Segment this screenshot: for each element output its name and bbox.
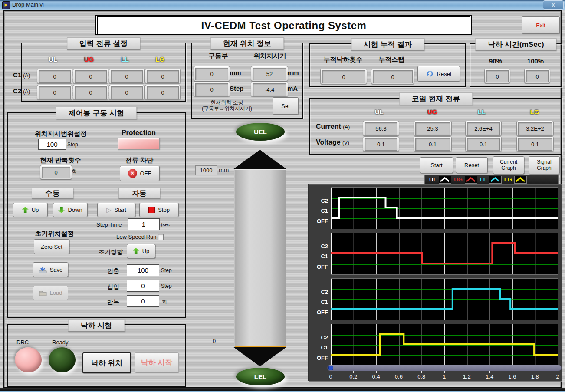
panel-input-current-title: 입력 전류 설정 — [67, 37, 140, 50]
input-c2-ul[interactable]: 0 — [37, 85, 72, 100]
input-c1-ul[interactable]: 0 — [37, 69, 72, 84]
x-axis-label: 2 — [548, 373, 565, 380]
legend-item-LL[interactable]: LL — [480, 176, 502, 184]
legend-item-UL[interactable]: UL — [429, 176, 451, 184]
panel-cumulative-title: 시험 누적 결과 — [351, 38, 424, 51]
close-icon[interactable]: x — [543, 0, 564, 10]
panel-coil-current-title: 코일 현재 전류 — [399, 92, 473, 105]
legend-line-sample — [489, 176, 502, 184]
withdraw-unit: Step — [161, 267, 172, 273]
init-direction-button[interactable]: Up — [127, 244, 155, 258]
coil-voltage-ug: 0.1 — [414, 136, 452, 152]
repeat-input[interactable]: 0 — [127, 295, 159, 307]
input-c1-ll[interactable]: 0 — [109, 69, 145, 84]
x-axis-label: 1.8 — [526, 373, 545, 380]
window-title: Drop Main.vi — [12, 1, 44, 8]
range-setting-input[interactable]: 100 — [38, 139, 66, 150]
drop-time-100-display: 0 — [524, 69, 550, 83]
legend-line-sample — [514, 176, 527, 184]
indicator-ma-display: -4.4 — [251, 82, 288, 97]
x-axis-label: 1.2 — [457, 373, 476, 380]
coil-voltage-ll: 0.1 — [465, 136, 502, 152]
step-time-input[interactable]: 1 — [128, 218, 160, 230]
position-gauge — [234, 169, 286, 348]
signal-graph-button[interactable]: SignalGraph — [529, 156, 560, 174]
drop-start-button[interactable]: 낙하 시작 — [135, 352, 179, 372]
panel-rod-drive-title: 제어봉 구동 시험 — [56, 107, 137, 119]
save-button[interactable]: Save — [33, 262, 68, 277]
low-speed-run-label: Low Speed Run — [116, 234, 157, 240]
graph-subplot-LG — [331, 324, 558, 366]
gauge-max-unit: mm — [219, 167, 229, 174]
graph-panel: C2C1OFFC2C1OFFC2C1OFFC2C1OFF00.20.40.60.… — [308, 184, 562, 381]
coil-col-ll: LL — [469, 108, 495, 115]
panel-drop-time-title: 낙하 시간(mSec) — [475, 38, 556, 51]
scrollbar-handle[interactable] — [328, 366, 333, 370]
withdraw-input[interactable]: 100 — [127, 264, 159, 276]
set-button[interactable]: Set — [273, 97, 299, 115]
drop-position-button[interactable]: 낙하 위치 — [82, 352, 131, 373]
range-setting-label: 위치지시범위설정 — [24, 130, 98, 138]
auto-start-button[interactable]: ▷Start — [97, 203, 135, 217]
cumulative-step-label: 누적스탭 — [373, 56, 410, 64]
graph-start-button[interactable]: Start — [420, 157, 453, 173]
manual-up-button[interactable]: Up — [13, 203, 48, 217]
screen: ▶ Drop Main.vi x IV-CEDM Test Operating … — [0, 0, 565, 392]
y-axis-label-LG-OFF: OFF — [311, 355, 328, 361]
low-speed-run-checkbox[interactable] — [158, 234, 164, 240]
current-cutoff-button[interactable]: × OFF — [120, 166, 160, 181]
window-bottom-edge — [0, 388, 565, 392]
input-c2-ug[interactable]: 0 — [73, 85, 108, 100]
indicator-label: 위치지시기 — [248, 52, 292, 60]
x-axis-label: 0.6 — [389, 373, 408, 380]
panel-drop-test-title: 낙하 시험 — [68, 319, 125, 332]
col-header-ul: UL — [40, 56, 66, 63]
input-c2-lg[interactable]: 0 — [145, 85, 181, 100]
auto-stop-button[interactable]: Stop — [139, 203, 179, 217]
insert-input[interactable]: 0 — [127, 280, 159, 292]
input-c1-ug[interactable]: 0 — [73, 69, 108, 84]
drc-led — [15, 347, 42, 372]
repeat-unit: 회 — [162, 298, 167, 306]
drive-step-display: 0 — [194, 82, 230, 97]
input-c2-ll[interactable]: 0 — [109, 85, 145, 100]
panel-position-info-title: 현재 위치 정보 — [210, 37, 284, 50]
row-label-c2: C2 (A) — [13, 87, 30, 95]
exit-button[interactable]: Exit — [522, 16, 560, 34]
save-icon — [39, 266, 47, 273]
legend-item-LG[interactable]: LG — [504, 176, 527, 184]
coil-current-ul: 56.3 — [363, 121, 399, 136]
legend-item-UG[interactable]: UG — [454, 176, 477, 184]
coil-col-lg: LG — [522, 108, 548, 115]
repeat-label: 반복 — [107, 298, 119, 306]
withdraw-label: 인출 — [107, 267, 119, 275]
x-axis-label: 1 — [435, 373, 454, 380]
y-axis-label-LG-C2: C2 — [311, 334, 328, 341]
y-axis-label-UG-C2: C2 — [311, 243, 328, 250]
current-cutoff-label: 전류 차단 — [115, 156, 163, 165]
reset-cumulative-button[interactable]: Reset — [417, 66, 460, 82]
drive-mm-display: 0 — [194, 66, 230, 81]
x-axis-label: 0.8 — [412, 373, 431, 380]
protection-label: Protection — [114, 129, 164, 137]
y-axis-label-LL-C2: C2 — [311, 289, 328, 295]
manual-down-button[interactable]: Down — [53, 203, 88, 217]
legend-line-sample — [439, 176, 451, 184]
uel-indicator: UEL — [236, 123, 285, 141]
graph-reset-button[interactable]: Reset — [456, 157, 488, 173]
init-direction-label: 초기방향 — [99, 248, 123, 256]
current-repeat-label: 현재 반복횟수 — [27, 156, 94, 165]
current-graph-button[interactable]: CurrentGraph — [493, 156, 524, 174]
coil-current-ug: 25.3 — [414, 121, 452, 136]
ready-led — [49, 347, 76, 372]
refresh-icon — [426, 70, 434, 78]
graph-x-scrollbar[interactable] — [327, 365, 562, 371]
graph-legend: ULUGLLLG — [424, 175, 559, 184]
current-repeat-unit: 회 — [72, 168, 77, 175]
page-title: IV-CEDM Test Operating System — [97, 16, 470, 34]
load-button[interactable]: Load — [33, 286, 68, 300]
input-c1-lg[interactable]: 0 — [145, 69, 181, 84]
zero-set-button[interactable]: Zero Set — [34, 239, 69, 254]
drive-mm-unit: mm — [230, 69, 241, 76]
position-adjust-note-2: (구동부→위치지시기) — [191, 105, 263, 112]
